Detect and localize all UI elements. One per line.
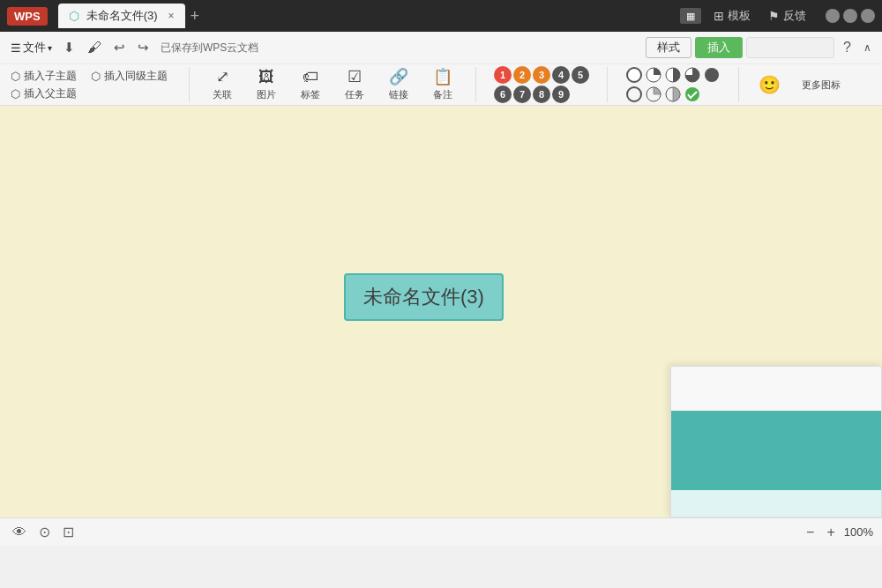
location-button[interactable]: ⊙ — [35, 522, 54, 542]
image-tool-button[interactable]: 🖼 图片 — [251, 66, 281, 103]
tab-mindmap-icon: ⬡ — [69, 9, 79, 23]
search-input[interactable] — [746, 37, 834, 58]
progress-row2 — [625, 86, 721, 103]
more-icons-label: 更多图标 — [802, 78, 841, 92]
feedback-button[interactable]: ⚑ 反馈 — [763, 6, 811, 26]
titlebar-right: ▦ ⊞ 模板 ⚑ 反馈 — [680, 6, 875, 26]
insert-row2: ⬡ 插入父主题 — [7, 86, 171, 102]
relate-tool-button[interactable]: ⤢ 关联 — [207, 66, 237, 103]
tab-close-btn[interactable]: × — [168, 10, 175, 22]
color-panel — [670, 366, 882, 517]
template-button[interactable]: ⊞ 模板 — [708, 6, 756, 26]
zoom-level: 100% — [844, 525, 873, 539]
toolbar-row1: ☰ 文件 ▾ ⬇ 🖌 ↩ ↪ 已保存到WPS云文档 样式 插入 ? ∧ — [0, 32, 882, 63]
progress-0-button[interactable] — [625, 66, 643, 84]
svg-point-4 — [705, 68, 719, 82]
collapse-toolbar-button[interactable]: ∧ — [860, 40, 875, 56]
toolbar-divider-4 — [738, 67, 739, 102]
file-menu-button[interactable]: ☰ 文件 ▾ — [7, 38, 56, 57]
titlebar: WPS ⬡ 未命名文件(3) × + ▦ ⊞ 模板 ⚑ 反馈 — [0, 0, 882, 32]
note-icon: 📋 — [433, 68, 452, 87]
tag-tool-button[interactable]: 🏷 标签 — [295, 66, 325, 103]
zoom-out-button[interactable]: − — [803, 523, 818, 542]
link-tool-button[interactable]: 🔗 链接 — [384, 66, 414, 103]
progress-row1 — [625, 66, 721, 84]
insert-sibling-icon: ⬡ — [91, 70, 101, 83]
color-panel-teal[interactable] — [671, 411, 881, 490]
help-button[interactable]: ? — [838, 38, 856, 57]
priority-6-button[interactable]: 6 — [494, 86, 512, 103]
fit-button[interactable]: ⊡ — [59, 522, 78, 542]
priority-2-button[interactable]: 2 — [513, 66, 531, 84]
zoom-in-button[interactable]: + — [823, 523, 838, 542]
progress-50-button[interactable] — [664, 66, 682, 84]
more-icons-button[interactable]: 更多图标 — [796, 77, 846, 93]
menu-icon: ☰ — [11, 41, 21, 55]
priority-4-button[interactable]: 4 — [552, 66, 570, 84]
saved-status: 已保存到WPS云文档 — [161, 41, 258, 56]
window-controls — [826, 9, 875, 23]
svg-point-5 — [627, 87, 641, 101]
progress-check-button[interactable] — [684, 86, 701, 103]
image-icon: 🖼 — [258, 68, 274, 87]
mindmap-root-node[interactable]: 未命名文件(3) — [344, 273, 504, 321]
emoji-button[interactable]: 🙂 — [757, 72, 782, 97]
task-icon: ☑ — [348, 68, 362, 87]
export-button[interactable]: ⬇ — [59, 37, 79, 58]
insert-parent-topic-button[interactable]: ⬡ 插入父主题 — [7, 86, 80, 102]
priority-9-button[interactable]: 9 — [552, 86, 570, 103]
insert-topic-group: ⬡ 插入子主题 ⬡ 插入同级主题 ⬡ 插入父主题 — [7, 68, 171, 102]
priority-group: 1 2 3 4 5 6 7 8 9 — [494, 66, 589, 103]
canvas-area: 未命名文件(3) — [0, 106, 882, 517]
format-painter-button[interactable]: 🖌 — [83, 37, 106, 58]
file-dropdown-icon: ▾ — [48, 43, 52, 53]
toolbar-row2: ⬡ 插入子主题 ⬡ 插入同级主题 ⬡ 插入父主题 ⤢ 关联 🖼 — [0, 63, 882, 105]
note-tool-button[interactable]: 📋 备注 — [428, 66, 458, 103]
insert-row1: ⬡ 插入子主题 ⬡ 插入同级主题 — [7, 68, 171, 85]
progress-group — [625, 66, 721, 103]
task-tool-button[interactable]: ☑ 任务 — [340, 66, 370, 103]
view-mode-button[interactable]: 👁 — [9, 523, 30, 542]
template-icon: ⊞ — [714, 9, 724, 23]
maximize-button[interactable] — [843, 9, 857, 23]
toolbar-divider-1 — [189, 67, 190, 102]
new-tab-button[interactable]: + — [191, 8, 200, 24]
progress-25-button[interactable] — [645, 66, 662, 84]
active-tab[interactable]: ⬡ 未命名文件(3) × — [58, 4, 185, 28]
toolbar: ☰ 文件 ▾ ⬇ 🖌 ↩ ↪ 已保存到WPS云文档 样式 插入 ? ∧ ⬡ 插入… — [0, 32, 882, 106]
insert-child-icon: ⬡ — [11, 70, 20, 83]
feedback-icon: ⚑ — [768, 9, 780, 23]
progress-outline-0-button[interactable] — [625, 86, 643, 103]
svg-point-0 — [627, 68, 641, 82]
link-icon: 🔗 — [389, 68, 408, 87]
priority-8-button[interactable]: 8 — [533, 86, 550, 103]
wps-logo: WPS — [7, 7, 48, 26]
color-panel-light[interactable] — [671, 490, 881, 517]
priority-1-button[interactable]: 1 — [494, 66, 512, 84]
layout-icon: ▦ — [680, 8, 701, 24]
toolbar-divider-2 — [475, 67, 476, 102]
priority-5-button[interactable]: 5 — [572, 66, 589, 84]
style-button[interactable]: 样式 — [646, 37, 691, 58]
progress-75-button[interactable] — [684, 66, 701, 84]
relate-icon: ⤢ — [216, 68, 229, 87]
priority-row1: 1 2 3 4 5 — [494, 66, 589, 84]
priority-3-button[interactable]: 3 — [533, 66, 550, 84]
priority-7-button[interactable]: 7 — [513, 86, 531, 103]
tag-icon: 🏷 — [303, 68, 318, 87]
bottombar: 👁 ⊙ ⊡ − + 100% — [0, 517, 882, 546]
close-button[interactable] — [861, 9, 875, 23]
insert-child-topic-button[interactable]: ⬡ 插入子主题 — [7, 68, 80, 85]
insert-sibling-topic-button[interactable]: ⬡ 插入同级主题 — [87, 68, 171, 85]
progress-100-button[interactable] — [703, 66, 721, 84]
toolbar-divider-3 — [607, 67, 608, 102]
minimize-button[interactable] — [826, 9, 840, 23]
progress-outline-50-button[interactable] — [664, 86, 682, 103]
progress-outline-25-button[interactable] — [645, 86, 662, 103]
svg-point-8 — [685, 87, 699, 101]
priority-row2: 6 7 8 9 — [494, 86, 589, 103]
color-panel-white[interactable] — [671, 367, 881, 411]
undo-button[interactable]: ↩ — [109, 37, 130, 58]
insert-button[interactable]: 插入 — [695, 37, 743, 58]
redo-button[interactable]: ↪ — [133, 37, 153, 58]
